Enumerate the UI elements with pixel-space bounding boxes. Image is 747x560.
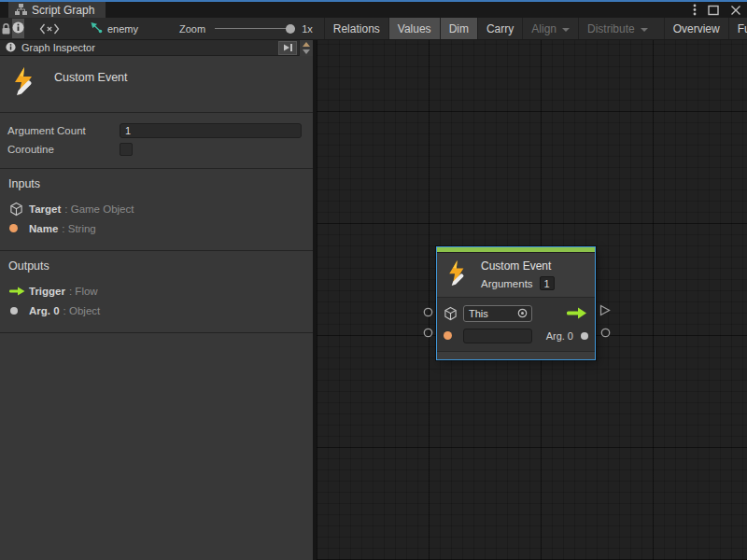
inspector-toggle-button[interactable] xyxy=(12,19,24,38)
selected-unit-title: Custom Event xyxy=(54,71,128,100)
align-dropdown[interactable]: Align xyxy=(522,18,578,39)
output-port-arg0[interactable] xyxy=(600,325,611,342)
node-row-target: This xyxy=(444,303,588,323)
input-port-name[interactable] xyxy=(423,325,433,342)
selected-unit-header: Custom Event xyxy=(0,56,313,113)
target-object-value: This xyxy=(469,308,517,319)
chevron-down-icon xyxy=(303,49,310,54)
argument-count-row: Argument Count xyxy=(7,121,302,140)
unit-options: Argument Count Coroutine xyxy=(0,113,313,169)
zoom-value: 1x xyxy=(302,23,313,35)
custom-event-icon xyxy=(10,66,40,100)
tab-title: Script Graph xyxy=(32,4,94,17)
zoom-label: Zoom xyxy=(179,23,205,35)
node-title: Custom Event xyxy=(481,259,555,273)
main-area: Graph Inspector Custom Event xyxy=(0,40,747,560)
close-icon[interactable] xyxy=(730,5,741,16)
input-port-target[interactable] xyxy=(423,304,433,321)
script-graph-icon xyxy=(15,2,27,19)
overview-button[interactable]: Overview xyxy=(664,18,728,39)
chevron-down-icon xyxy=(641,28,648,32)
info-icon xyxy=(12,21,24,37)
inputs-heading: Inputs xyxy=(8,177,305,190)
node-row-arg0: Arg. 0 xyxy=(444,326,588,345)
output-port-trigger[interactable] xyxy=(599,303,611,320)
graph-inspector-header: Graph Inspector xyxy=(0,40,313,56)
port-row-target: Target : Game Object xyxy=(7,199,305,218)
object-port-icon xyxy=(10,307,18,315)
arguments-count-box[interactable]: 1 xyxy=(540,276,555,290)
custom-event-icon xyxy=(445,259,471,290)
info-icon xyxy=(6,39,16,56)
relations-button[interactable]: Relations xyxy=(324,18,388,39)
arg0-label: Arg. 0 xyxy=(546,330,573,342)
code-view-icon[interactable] xyxy=(39,18,60,39)
node-body: This Arg. 0 xyxy=(437,298,595,351)
graph-name-indicator[interactable]: enemy xyxy=(90,18,138,39)
unity-script-graph-window: Script Graph xyxy=(0,0,747,560)
collapse-panel-button[interactable] xyxy=(278,41,297,55)
inputs-section: Inputs Target : Game Object Name : Strin… xyxy=(0,169,313,251)
zoom-control: Zoom 1x xyxy=(179,18,322,39)
panel-title: Graph Inspector xyxy=(21,42,278,53)
outputs-section: Outputs Trigger : Flow Arg. 0 : Object xyxy=(0,251,313,333)
node-header[interactable]: Custom Event Arguments 1 xyxy=(437,253,595,298)
toolbar-buttons: Relations Values Dim Carry Align Distrib… xyxy=(324,18,747,39)
port-row-name: Name : String xyxy=(7,218,305,238)
argument-count-input[interactable] xyxy=(120,123,302,138)
window-controls xyxy=(693,3,741,17)
graph-name-label: enemy xyxy=(107,23,138,35)
tab-bar: Script Graph xyxy=(0,2,747,18)
arguments-label: Arguments xyxy=(481,278,533,289)
cube-icon xyxy=(444,306,463,321)
graph-toolbar: enemy Zoom 1x Relations Values Dim Carry… xyxy=(0,18,747,40)
port-row-arg0: Arg. 0 : Object xyxy=(7,301,305,320)
zoom-slider[interactable] xyxy=(215,28,295,29)
inspector-empty-area xyxy=(0,333,313,560)
panel-width-stepper[interactable] xyxy=(299,40,313,56)
string-port-icon xyxy=(9,224,18,232)
graph-icon xyxy=(90,21,103,35)
port-row-trigger: Trigger : Flow xyxy=(7,281,305,301)
node-footer xyxy=(437,351,595,359)
full-screen-button[interactable]: Full Screen xyxy=(728,18,747,39)
cube-icon xyxy=(7,202,29,217)
target-object-field[interactable]: This xyxy=(463,305,532,322)
arg0-output-port[interactable] xyxy=(581,332,588,340)
coroutine-row: Coroutine xyxy=(7,140,302,159)
chevron-down-icon xyxy=(562,28,570,32)
flow-arrow-icon xyxy=(7,287,29,296)
maximize-icon[interactable] xyxy=(708,5,719,16)
coroutine-label: Coroutine xyxy=(7,144,120,155)
tab-script-graph[interactable]: Script Graph xyxy=(8,2,106,18)
chevron-up-icon xyxy=(303,42,310,47)
trigger-output-icon[interactable] xyxy=(566,307,587,319)
coroutine-checkbox[interactable] xyxy=(120,143,133,156)
outputs-heading: Outputs xyxy=(8,259,305,273)
event-name-input[interactable] xyxy=(463,329,532,343)
custom-event-node[interactable]: Custom Event Arguments 1 This xyxy=(436,246,596,360)
dim-button[interactable]: Dim xyxy=(440,18,477,39)
graph-canvas[interactable]: Custom Event Arguments 1 This xyxy=(317,40,747,560)
object-picker-icon[interactable] xyxy=(517,305,528,322)
graph-inspector-panel: Graph Inspector Custom Event xyxy=(0,40,317,560)
carry-button[interactable]: Carry xyxy=(477,18,522,39)
window-menu-icon[interactable] xyxy=(693,4,697,16)
string-port-icon[interactable] xyxy=(444,331,452,340)
distribute-dropdown[interactable]: Distribute xyxy=(578,18,656,39)
argument-count-label: Argument Count xyxy=(7,125,120,136)
zoom-slider-handle[interactable] xyxy=(286,24,295,34)
lock-icon[interactable] xyxy=(0,18,12,39)
values-button[interactable]: Values xyxy=(388,18,440,39)
